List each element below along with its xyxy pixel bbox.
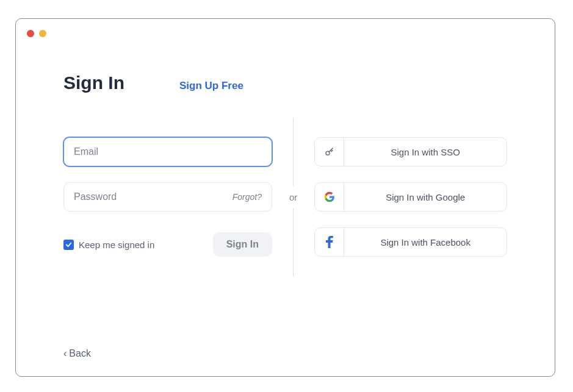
back-button[interactable]: ‹ Back [63, 348, 91, 359]
chevron-left-icon: ‹ [63, 348, 67, 359]
password-field-wrap[interactable]: Forgot? [63, 182, 272, 212]
facebook-button-label: Sign In with Facebook [344, 237, 506, 248]
facebook-icon [315, 228, 344, 256]
google-button-label: Sign In with Google [344, 192, 506, 202]
divider-line-icon [293, 118, 294, 186]
minimize-window-button[interactable] [39, 30, 46, 37]
sso-button-label: Sign In with SSO [344, 147, 506, 157]
credentials-column: Forgot? Keep me signed in Sign In [63, 137, 272, 257]
checkbox-checked-icon [63, 240, 74, 250]
divider-line-icon [293, 208, 294, 277]
form-area: Forgot? Keep me signed in Sign In or [63, 118, 507, 276]
oauth-column: Sign In with SSO Sign In with Google [314, 137, 507, 257]
back-label: Back [69, 348, 91, 359]
window-controls [27, 30, 46, 37]
facebook-signin-button[interactable]: Sign In with Facebook [314, 227, 507, 257]
sso-signin-button[interactable]: Sign In with SSO [314, 137, 507, 166]
or-label: or [289, 192, 297, 202]
google-signin-button[interactable]: Sign In with Google [314, 182, 507, 212]
signin-submit-button[interactable]: Sign In [213, 232, 272, 257]
password-input[interactable] [74, 191, 232, 202]
key-icon [315, 138, 344, 166]
content-area: Sign In Sign Up Free Forgot? Kee [27, 30, 544, 365]
keep-signed-in-label: Keep me signed in [79, 240, 154, 250]
signin-window: Sign In Sign Up Free Forgot? Kee [15, 18, 555, 377]
forgot-password-link[interactable]: Forgot? [232, 192, 262, 202]
signin-tab[interactable]: Sign In [63, 73, 124, 93]
form-actions-row: Keep me signed in Sign In [63, 232, 272, 257]
close-window-button[interactable] [27, 30, 34, 37]
divider-column: or [289, 118, 297, 276]
auth-tabs: Sign In Sign Up Free [63, 73, 507, 93]
email-input[interactable] [74, 146, 262, 157]
keep-signed-in-checkbox[interactable]: Keep me signed in [63, 240, 154, 250]
email-field-wrap[interactable] [63, 137, 272, 166]
google-icon [315, 183, 344, 211]
signup-free-link[interactable]: Sign Up Free [179, 80, 243, 92]
